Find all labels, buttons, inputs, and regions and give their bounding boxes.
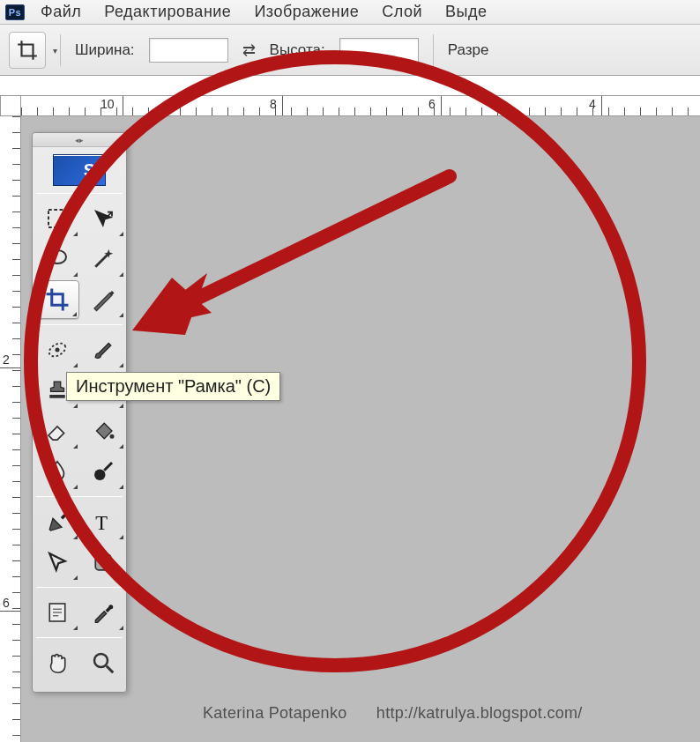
svg-point-4 <box>110 434 115 439</box>
tool-healing[interactable] <box>35 330 79 369</box>
tool-hand[interactable] <box>35 643 79 682</box>
tool-blur[interactable] <box>35 452 79 491</box>
panel-grip[interactable]: ◂▸ <box>33 133 126 147</box>
pen-icon <box>44 508 71 535</box>
separator <box>36 637 123 638</box>
path-select-icon <box>44 549 71 575</box>
svg-rect-7 <box>95 554 111 570</box>
tool-type[interactable]: T <box>81 502 125 541</box>
ruler-horizontal[interactable]: 10 8 6 4 <box>21 95 700 116</box>
svg-point-5 <box>94 470 106 481</box>
bucket-icon <box>90 418 116 444</box>
magic-wand-icon <box>90 246 116 272</box>
eyedropper-icon <box>90 599 116 626</box>
blur-icon <box>44 458 71 485</box>
tool-eyedropper[interactable] <box>81 593 125 632</box>
tooltip: Инструмент "Рамка" (C) <box>66 372 280 401</box>
tool-shape[interactable] <box>81 543 125 582</box>
watermark-url: http://katrulya.blogspot.com/ <box>376 704 583 722</box>
chevron-down-icon: ▾ <box>53 45 57 55</box>
height-label: Высота: <box>270 41 325 59</box>
separator <box>36 193 123 194</box>
lasso-icon <box>44 246 71 272</box>
menu-layer[interactable]: Слой <box>375 1 429 23</box>
divider <box>433 34 434 66</box>
menu-bar: Ps Файл Редактирование Изображение Слой … <box>0 0 700 25</box>
options-bar: ▾ Ширина: ⇄ Высота: Разре <box>0 25 700 76</box>
width-input[interactable] <box>149 38 228 63</box>
hand-icon <box>44 649 71 676</box>
separator <box>36 496 123 497</box>
tool-pen[interactable] <box>35 502 79 541</box>
shape-icon <box>90 549 116 575</box>
menu-edit[interactable]: Редактирование <box>97 1 238 23</box>
svg-point-12 <box>94 654 108 667</box>
ruler-tick-label: 2 <box>3 352 10 367</box>
swap-icon[interactable]: ⇄ <box>242 41 256 60</box>
eraser-icon <box>44 418 71 444</box>
tool-marquee[interactable] <box>35 199 79 238</box>
active-tool-preset[interactable]: ▾ <box>9 32 46 69</box>
tool-zoom[interactable] <box>81 643 125 682</box>
watermark: Katerina Potapenko http://katrulya.blogs… <box>203 704 583 723</box>
separator <box>36 324 123 325</box>
crop-icon <box>16 39 39 62</box>
svg-point-2 <box>56 348 60 352</box>
height-input[interactable] <box>339 38 419 63</box>
svg-rect-3 <box>49 395 65 398</box>
ruler-vertical[interactable]: 2 6 <box>0 116 21 742</box>
menu-file[interactable]: Файл <box>34 1 88 23</box>
tool-bucket[interactable] <box>81 412 125 450</box>
slice-icon <box>90 286 116 313</box>
crop-icon <box>44 286 71 313</box>
dodge-icon <box>90 458 116 485</box>
brush-icon <box>90 337 116 363</box>
move-icon <box>90 205 116 232</box>
tool-eraser[interactable] <box>35 412 79 450</box>
svg-text:T: T <box>95 512 108 534</box>
ps-logo-icon: S <box>53 154 106 186</box>
ruler-origin[interactable] <box>0 95 21 116</box>
width-label: Ширина: <box>75 41 135 59</box>
tool-slice[interactable] <box>81 280 125 319</box>
menu-select[interactable]: Выде <box>438 1 494 23</box>
type-icon: T <box>90 508 116 535</box>
menu-image[interactable]: Изображение <box>247 1 366 23</box>
ps-logo-icon: Ps <box>5 4 25 20</box>
svg-line-13 <box>107 666 114 673</box>
tool-notes[interactable] <box>35 593 79 632</box>
healing-icon <box>44 337 71 363</box>
divider <box>60 34 61 66</box>
ruler-tick-label: 6 <box>3 596 10 610</box>
ruler-tick-label: 10 <box>101 97 115 111</box>
tool-move[interactable] <box>81 199 125 238</box>
notes-icon <box>44 599 71 626</box>
marquee-icon <box>44 205 71 232</box>
tool-brush[interactable] <box>81 330 125 369</box>
panel-logo: S <box>36 151 123 189</box>
tool-dodge[interactable] <box>81 452 125 491</box>
tool-magic-wand[interactable] <box>81 240 125 278</box>
resolution-label: Разре <box>448 41 489 59</box>
separator <box>36 587 123 588</box>
tool-path-select[interactable] <box>35 543 79 582</box>
svg-rect-0 <box>48 210 66 227</box>
tool-crop[interactable] <box>35 280 79 319</box>
tools-panel: ◂▸ S <box>32 132 127 693</box>
zoom-icon <box>90 649 116 676</box>
tool-lasso[interactable] <box>35 240 79 278</box>
watermark-author: Katerina Potapenko <box>203 704 347 722</box>
